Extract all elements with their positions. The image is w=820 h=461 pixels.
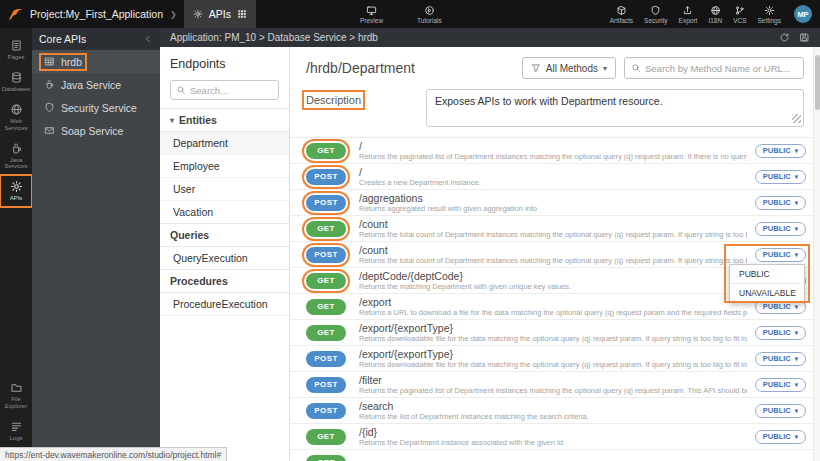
filter-icon xyxy=(531,63,541,73)
endpoint-description: Returns the Department instance associat… xyxy=(359,438,747,447)
topbar-vcs-button[interactable]: VCS xyxy=(733,5,746,24)
collapse-panel-icon[interactable] xyxy=(143,34,153,44)
topbar-export-button[interactable]: Export xyxy=(679,5,698,24)
scrollbar[interactable] xyxy=(813,47,820,461)
endpoint-item-employee[interactable]: Employee xyxy=(160,155,289,178)
endpoint-description: Returns the paginated list of Department… xyxy=(359,386,747,395)
endpoint-info: /filterReturns the paginated list of Dep… xyxy=(359,374,747,395)
access-cell: PUBLIC▾ xyxy=(755,378,806,392)
method-badge: POST xyxy=(306,247,346,263)
preview-button[interactable]: Preview xyxy=(360,5,383,24)
method-search[interactable] xyxy=(624,57,804,79)
access-dropdown-button[interactable]: PUBLIC▾ xyxy=(755,222,806,236)
project-name[interactable]: Project:My_First_Application xyxy=(30,8,163,20)
tab-apis[interactable]: APIs xyxy=(184,0,256,28)
topbar-i18n-button[interactable]: I18N xyxy=(708,5,722,24)
endpoints-title: Endpoints xyxy=(160,55,289,80)
web-services-icon xyxy=(10,103,23,116)
method-search-input[interactable] xyxy=(645,63,797,74)
scrollbar-thumb[interactable] xyxy=(815,55,820,110)
topbar-artifacts-button[interactable]: Artifacts xyxy=(610,5,633,24)
rail-item-apis[interactable]: APIs xyxy=(0,175,32,207)
endpoint-info: /countReturns the total count of Departm… xyxy=(359,218,747,239)
topbar-center: Preview Tutorials xyxy=(360,5,442,24)
rail-item-web-services[interactable]: Web Services xyxy=(0,98,32,137)
methods-filter-dropdown[interactable]: All Methods ▾ xyxy=(522,57,616,79)
section-queries[interactable]: Queries xyxy=(160,223,289,247)
page-title: /hrdb/Department xyxy=(306,60,514,76)
service-item-java-service[interactable]: Java Service xyxy=(32,73,160,96)
section-entities[interactable]: ▾Entities xyxy=(160,108,289,132)
method-badge: POST xyxy=(306,403,346,419)
tutorials-button[interactable]: Tutorials xyxy=(417,5,442,24)
rail-item-logs[interactable]: Logs xyxy=(0,415,32,447)
method-badge: GET xyxy=(306,273,346,289)
rail-item-label: Web Services xyxy=(1,118,31,132)
tutorials-icon xyxy=(424,5,435,16)
wavemaker-logo-icon[interactable] xyxy=(0,6,30,23)
rail-item-databases[interactable]: Databases xyxy=(0,66,32,98)
caret-down-icon: ▾ xyxy=(795,147,798,155)
save-icon[interactable] xyxy=(799,32,810,43)
api-row: GET/{id}Returns the Department instance … xyxy=(290,424,820,450)
service-item-soap-service[interactable]: Soap Service xyxy=(32,119,160,142)
endpoints-search-input[interactable] xyxy=(190,85,273,96)
topbar-settings-button[interactable]: Settings xyxy=(758,5,782,24)
i18n-icon xyxy=(710,5,721,16)
access-dropdown-button[interactable]: PUBLIC▾ xyxy=(755,352,806,366)
api-main: /hrdb/Department All Methods ▾ xyxy=(290,47,820,461)
endpoint-item-department[interactable]: Department xyxy=(160,132,289,155)
endpoint-item-vacation[interactable]: Vacation xyxy=(160,201,289,224)
access-dropdown-button[interactable]: PUBLIC▾ xyxy=(755,144,806,158)
access-option-unavailable[interactable]: UNAVAILABLE xyxy=(730,283,804,302)
search-icon xyxy=(631,63,641,73)
caret-down-icon: ▾ xyxy=(795,251,798,259)
access-dropdown-button[interactable]: PUBLIC▾ xyxy=(755,378,806,392)
endpoint-item-queryexecution[interactable]: QueryExecution xyxy=(160,247,289,270)
access-dropdown-button[interactable]: PUBLIC▾ xyxy=(755,404,806,418)
resize-grip[interactable] xyxy=(792,114,801,123)
endpoint-info: /{id}Returns the Department instance ass… xyxy=(359,426,747,447)
grid-icon[interactable] xyxy=(237,9,247,19)
api-row: GET/Returns the paginated list of Depart… xyxy=(290,138,820,164)
endpoint-info: /exportReturns a URL to download a file … xyxy=(359,296,747,317)
caret-down-icon: ▾ xyxy=(795,303,798,311)
access-dropdown-button[interactable]: PUBLIC▾ xyxy=(755,326,806,340)
artifacts-icon xyxy=(616,5,627,16)
endpoint-info: /deptCode/{deptCode}Returns the matching… xyxy=(359,270,747,291)
endpoint-path: / xyxy=(359,166,747,178)
access-cell: PUBLIC▾ xyxy=(755,222,806,236)
avatar[interactable]: MP xyxy=(794,5,812,23)
endpoint-item-user[interactable]: User xyxy=(160,178,289,201)
topbar-security-button[interactable]: Security xyxy=(644,5,667,24)
access-dropdown-button[interactable]: PUBLIC▾ xyxy=(755,196,806,210)
apis-tab-icon xyxy=(193,9,203,19)
topbar-item-label: Artifacts xyxy=(610,17,633,24)
access-dropdown-button[interactable]: PUBLIC▾ xyxy=(755,430,806,444)
rail-item-java-services[interactable]: Java Services xyxy=(0,137,32,176)
access-dropdown-button[interactable]: PUBLIC▾ xyxy=(755,170,806,184)
refresh-icon[interactable] xyxy=(779,32,790,43)
rail-item-file-explorer[interactable]: File Explorer xyxy=(0,376,32,415)
caret-down-icon: ▾ xyxy=(795,433,798,441)
endpoint-info: /Creates a new Department instance. xyxy=(359,166,747,187)
rail-item-pages[interactable]: Pages xyxy=(0,34,32,66)
endpoint-path: / xyxy=(359,140,747,152)
rail-item-label: File Explorer xyxy=(1,396,31,410)
service-item-security-service[interactable]: Security Service xyxy=(32,96,160,119)
endpoint-item-procedureexecution[interactable]: ProcedureExecution xyxy=(160,293,289,316)
access-option-public[interactable]: PUBLIC xyxy=(730,265,804,283)
method-badge: GET xyxy=(306,455,346,461)
endpoint-info: /export/{exportType}Returns downloadable… xyxy=(359,322,747,343)
service-item-label: Soap Service xyxy=(61,125,123,137)
service-item-inner: Security Service xyxy=(41,101,140,115)
description-textarea[interactable]: Exposes APIs to work with Department res… xyxy=(426,89,804,127)
service-item-inner: hrdb xyxy=(41,55,85,69)
endpoint-description: Creates a new Department instance. xyxy=(359,178,747,187)
access-dropdown-button[interactable]: PUBLIC▾ xyxy=(755,248,806,262)
api-row: POST/Creates a new Department instance.P… xyxy=(290,164,820,190)
section-procedures[interactable]: Procedures xyxy=(160,269,289,293)
service-item-hrdb[interactable]: hrdb xyxy=(32,50,160,73)
endpoints-search[interactable] xyxy=(170,80,279,100)
search-icon xyxy=(176,85,186,95)
